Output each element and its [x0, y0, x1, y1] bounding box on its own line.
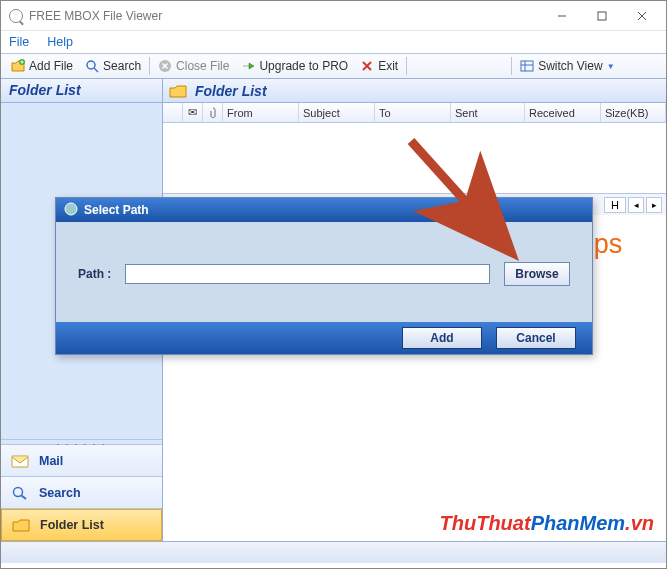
svg-point-26 — [65, 203, 77, 215]
title-bar: FREE MBOX File Viewer — [1, 1, 666, 31]
nav-search-label: Search — [39, 486, 81, 500]
svg-rect-1 — [598, 12, 606, 20]
add-button[interactable]: Add — [402, 327, 482, 349]
app-icon — [9, 9, 23, 23]
svg-line-6 — [94, 68, 98, 72]
menu-help[interactable]: Help — [47, 35, 73, 49]
sidebar-title: Folder List — [1, 79, 162, 103]
col-subject[interactable]: Subject — [299, 103, 375, 122]
dialog-title: Select Path — [84, 203, 149, 217]
exit-button[interactable]: Exit — [354, 57, 404, 75]
minimize-button[interactable] — [542, 3, 582, 29]
toolbar-separator — [511, 57, 512, 75]
nav-search[interactable]: Search — [1, 477, 162, 509]
maximize-button[interactable] — [582, 3, 622, 29]
watermark: ThuThuatPhanMem.vn — [440, 512, 654, 535]
col-from[interactable]: From — [223, 103, 299, 122]
col-read[interactable]: ✉ — [183, 103, 203, 122]
exit-label: Exit — [378, 59, 398, 73]
search-label: Search — [103, 59, 141, 73]
grid-header: ✉ From Subject To Sent Received Size(KB) — [163, 103, 666, 123]
menu-file[interactable]: File — [9, 35, 29, 49]
window-title: FREE MBOX File Viewer — [29, 9, 162, 23]
toolbar-separator — [406, 57, 407, 75]
nav-mail-label: Mail — [39, 454, 63, 468]
close-file-icon — [158, 59, 172, 73]
content-title: Folder List — [195, 83, 267, 99]
add-file-button[interactable]: Add File — [5, 57, 79, 75]
toolbar: Add File Search Close File Upgrade to PR… — [1, 53, 666, 79]
dialog-title-bar[interactable]: Select Path — [56, 198, 592, 222]
status-bar — [1, 541, 666, 563]
nav-folder-list-label: Folder List — [40, 518, 104, 532]
col-to[interactable]: To — [375, 103, 451, 122]
menu-bar: File Help — [1, 31, 666, 53]
grid-body[interactable] — [163, 123, 666, 193]
switch-view-icon — [520, 59, 534, 73]
switch-view-button[interactable]: Switch View ▼ — [514, 57, 620, 75]
tab-label[interactable]: H — [604, 197, 626, 213]
col-flag[interactable] — [163, 103, 183, 122]
switch-view-label: Switch View — [538, 59, 602, 73]
exit-icon — [360, 59, 374, 73]
upgrade-icon — [241, 59, 255, 73]
add-file-icon — [11, 59, 25, 73]
search-button[interactable]: Search — [79, 57, 147, 75]
search-icon — [85, 59, 99, 73]
svg-point-5 — [87, 61, 95, 69]
upgrade-button[interactable]: Upgrade to PRO — [235, 57, 354, 75]
svg-line-13 — [22, 495, 27, 499]
col-received[interactable]: Received — [525, 103, 601, 122]
col-attach[interactable] — [203, 103, 223, 122]
folder-icon — [12, 518, 30, 532]
select-path-dialog: Select Path Path : Browse Add Cancel — [55, 197, 593, 355]
svg-point-12 — [14, 487, 23, 496]
svg-rect-8 — [521, 61, 533, 71]
browse-button[interactable]: Browse — [504, 262, 570, 286]
chevron-down-icon: ▼ — [607, 62, 615, 71]
col-sent[interactable]: Sent — [451, 103, 525, 122]
close-button[interactable] — [622, 3, 662, 29]
mail-icon — [11, 454, 29, 468]
tab-scroll-right[interactable]: ▸ — [646, 197, 662, 213]
close-file-label: Close File — [176, 59, 229, 73]
path-input[interactable] — [125, 264, 490, 284]
col-size[interactable]: Size(KB) — [601, 103, 666, 122]
upgrade-label: Upgrade to PRO — [259, 59, 348, 73]
search-icon — [11, 486, 29, 500]
cancel-button[interactable]: Cancel — [496, 327, 576, 349]
nav-mail[interactable]: Mail — [1, 445, 162, 477]
add-file-label: Add File — [29, 59, 73, 73]
toolbar-separator — [149, 57, 150, 75]
tab-scroll-left[interactable]: ◂ — [628, 197, 644, 213]
path-label: Path : — [78, 267, 111, 281]
dialog-icon — [64, 202, 78, 219]
close-file-button[interactable]: Close File — [152, 57, 235, 75]
folder-icon — [169, 84, 187, 98]
nav-folder-list[interactable]: Folder List — [1, 509, 162, 541]
